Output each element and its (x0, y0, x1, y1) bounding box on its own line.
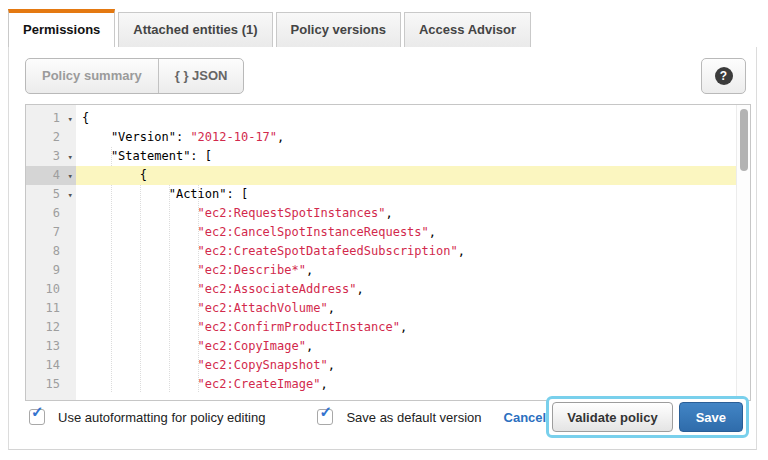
code-line[interactable]: 10 "ec2:AssociateAddress", (26, 280, 736, 299)
code-text: "ec2:RequestSpotInstances", (76, 204, 736, 223)
fold-arrow-icon[interactable]: ▾ (68, 167, 73, 186)
code-text: "ec2:AttachVolume", (76, 299, 736, 318)
line-number: 6 (26, 204, 76, 223)
code-line[interactable]: 9 "ec2:Describe*", (26, 261, 736, 280)
permissions-panel: Policy summary { } JSON ? 1▾{2 "Version"… (8, 47, 757, 450)
code-text: "Action": [ (76, 185, 736, 204)
code-line[interactable]: 5▾ "Action": [ (26, 185, 736, 204)
line-number: 4▾ (26, 166, 76, 185)
line-number: 7 (26, 223, 76, 242)
line-number: 1▾ (26, 109, 76, 128)
code-text: "ec2:ConfirmProductInstance", (76, 318, 736, 337)
line-number: 8 (26, 242, 76, 261)
default-version-label: Save as default version (346, 410, 481, 425)
line-number: 2 (26, 128, 76, 147)
code-line[interactable]: 12 "ec2:ConfirmProductInstance", (26, 318, 736, 337)
help-button[interactable]: ? (701, 58, 746, 94)
code-text: "ec2:AssociateAddress", (76, 280, 736, 299)
editor-scrollbar[interactable] (736, 105, 750, 400)
check-icon: ✓ (31, 404, 44, 419)
policy-editor-page: PermissionsAttached entities (1)Policy v… (0, 0, 768, 460)
autoformat-checkbox[interactable]: ✓ (29, 409, 45, 425)
action-buttons-focus-ring: Validate policy Save (546, 396, 749, 438)
line-number: 5▾ (26, 185, 76, 204)
default-version-group: ✓ Save as default version (317, 409, 481, 425)
code-text: "Statement": [ (76, 147, 736, 166)
code-line[interactable]: 14 "ec2:CopySnapshot", (26, 356, 736, 375)
fold-arrow-icon[interactable]: ▾ (68, 110, 73, 129)
code-line[interactable]: 4▾ { (26, 166, 736, 185)
code-text: "Version": "2012-10-17", (76, 128, 736, 147)
code-line[interactable]: 8 "ec2:CreateSpotDatafeedSubscription", (26, 242, 736, 261)
editor-footer: ✓ Use autoformatting for policy editing … (9, 391, 756, 449)
fold-arrow-icon[interactable]: ▾ (68, 186, 73, 205)
cancel-link[interactable]: Cancel (504, 410, 547, 425)
tab-bar: PermissionsAttached entities (1)Policy v… (8, 9, 757, 48)
tab-attached-entities-1[interactable]: Attached entities (1) (118, 12, 272, 47)
line-number: 14 (26, 356, 76, 375)
editor-toolbar: Policy summary { } JSON ? (9, 47, 756, 104)
default-version-checkbox[interactable]: ✓ (317, 409, 333, 425)
code-text: { (76, 109, 736, 128)
line-number: 9 (26, 261, 76, 280)
code-line[interactable]: 1▾{ (26, 109, 736, 128)
code-text: "ec2:CancelSpotInstanceRequests", (76, 223, 736, 242)
save-button[interactable]: Save (679, 402, 743, 432)
line-number: 12 (26, 318, 76, 337)
help-icon: ? (715, 67, 733, 85)
code-text: "ec2:CopySnapshot", (76, 356, 736, 375)
line-number: 13 (26, 337, 76, 356)
fold-arrow-icon[interactable]: ▾ (68, 148, 73, 167)
autoformat-label: Use autoformatting for policy editing (58, 410, 265, 425)
scrollbar-thumb[interactable] (740, 109, 748, 171)
code-line[interactable]: 11 "ec2:AttachVolume", (26, 299, 736, 318)
code-line[interactable]: 13 "ec2:CopyImage", (26, 337, 736, 356)
code-line[interactable]: 6 "ec2:RequestSpotInstances", (26, 204, 736, 223)
json-code-editor[interactable]: 1▾{2 "Version": "2012-10-17",3▾ "Stateme… (25, 104, 751, 401)
code-text: "ec2:CreateSpotDatafeedSubscription", (76, 242, 736, 261)
line-number: 3▾ (26, 147, 76, 166)
view-toggle-group: Policy summary { } JSON (25, 58, 244, 94)
autoformat-group: ✓ Use autoformatting for policy editing (29, 409, 265, 425)
tab-access-advisor[interactable]: Access Advisor (404, 12, 531, 47)
validate-policy-button[interactable]: Validate policy (552, 402, 672, 432)
tab-permissions[interactable]: Permissions (8, 9, 115, 48)
code-text: "ec2:CopyImage", (76, 337, 736, 356)
code-line[interactable]: 2 "Version": "2012-10-17", (26, 128, 736, 147)
json-view-button[interactable]: { } JSON (158, 59, 244, 93)
line-number: 10 (26, 280, 76, 299)
check-icon: ✓ (319, 404, 332, 419)
code-line[interactable]: 3▾ "Statement": [ (26, 147, 736, 166)
tab-policy-versions[interactable]: Policy versions (276, 12, 401, 47)
code-text: "ec2:Describe*", (76, 261, 736, 280)
code-text: { (76, 166, 736, 185)
code-rows: 1▾{2 "Version": "2012-10-17",3▾ "Stateme… (26, 109, 736, 394)
line-number: 11 (26, 299, 76, 318)
code-line[interactable]: 7 "ec2:CancelSpotInstanceRequests", (26, 223, 736, 242)
policy-summary-button[interactable]: Policy summary (26, 59, 158, 93)
